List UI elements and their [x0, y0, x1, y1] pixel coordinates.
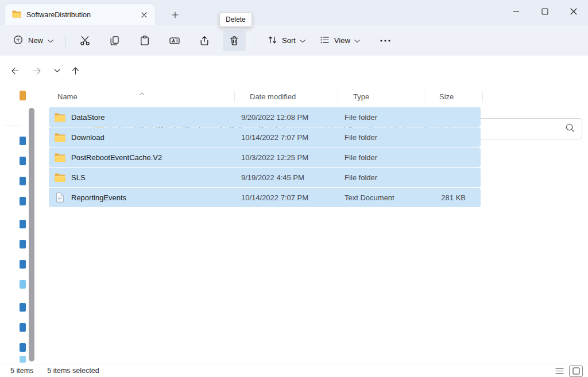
chevron-down-icon — [354, 36, 360, 45]
file-type: File folder — [345, 133, 431, 142]
column-header-date-modified[interactable]: Date modified — [241, 92, 345, 101]
nav-pane-item-icon[interactable] — [20, 280, 26, 289]
nav-pane-item-icon[interactable] — [20, 220, 26, 228]
sort-ascending-icon — [140, 88, 145, 97]
toolbar: New Sort View — [0, 25, 588, 56]
nav-pane-item-icon[interactable] — [20, 240, 26, 248]
sort-button[interactable]: Sort — [261, 30, 311, 51]
file-explorer-window: SoftwareDistribution New Sort — [0, 0, 588, 377]
column-header-type[interactable]: Type — [345, 92, 431, 101]
file-name: Download — [71, 133, 105, 142]
rename-button[interactable] — [163, 30, 186, 51]
sort-icon — [267, 34, 278, 47]
new-button[interactable]: New — [6, 30, 60, 51]
window-controls — [502, 0, 588, 23]
chevron-down-icon — [300, 36, 305, 45]
view-icon — [319, 34, 330, 47]
forward-button[interactable] — [28, 62, 46, 79]
toolbar-divider — [254, 34, 254, 47]
column-headers: NameDate modifiedTypeSize — [49, 87, 483, 106]
file-name: DataStore — [71, 113, 105, 122]
folder-icon — [12, 10, 21, 20]
nav-pane-divider — [5, 126, 20, 126]
delete-tooltip: Delete — [219, 12, 252, 27]
column-divider[interactable] — [424, 91, 424, 102]
tooltip-text: Delete — [226, 15, 246, 24]
minimize-button[interactable] — [502, 0, 531, 23]
file-size: 281 KB — [431, 193, 481, 202]
table-row[interactable]: ReportingEvents10/14/2022 7:07 PMText Do… — [49, 188, 481, 207]
plus-circle-icon — [13, 34, 24, 47]
table-row[interactable]: SLS9/19/2022 4:45 PMFile folder — [49, 168, 481, 187]
file-name: PostRebootEventCache.V2 — [71, 153, 162, 162]
file-type: File folder — [345, 173, 431, 182]
nav-pane-item-icon[interactable] — [20, 260, 26, 269]
file-name: SLS — [71, 173, 86, 182]
table-row[interactable]: Download10/14/2022 7:07 PMFile folder — [49, 127, 481, 147]
nav-pane-item-icon[interactable] — [20, 177, 26, 185]
back-button[interactable] — [6, 62, 24, 79]
nav-pane-item-icon[interactable] — [20, 323, 26, 332]
tab-close-button[interactable] — [137, 8, 150, 21]
sort-button-label: Sort — [282, 36, 296, 45]
selection-count: 5 items selected — [47, 367, 99, 375]
column-header-name[interactable]: Name — [49, 92, 241, 101]
nav-pane-item-icon[interactable] — [20, 137, 26, 145]
file-date: 10/14/2022 7:07 PM — [241, 133, 345, 142]
nav-pane-item-icon[interactable] — [20, 356, 26, 363]
paste-button[interactable] — [133, 30, 156, 51]
file-date: 9/19/2022 4:45 PM — [241, 173, 345, 182]
folder-icon — [55, 113, 65, 122]
chevron-down-icon — [48, 36, 53, 45]
search-icon — [565, 123, 575, 135]
column-divider[interactable] — [234, 91, 235, 102]
maximize-button[interactable] — [531, 0, 559, 23]
column-divider[interactable] — [338, 91, 338, 102]
file-icon — [55, 192, 65, 203]
details-view-button[interactable] — [552, 366, 566, 377]
recent-locations-button[interactable] — [49, 62, 64, 79]
explorer-tab[interactable]: SoftwareDistribution — [5, 4, 155, 25]
new-button-label: New — [28, 36, 43, 45]
file-list: DataStore9/20/2022 12:08 PMFile folderDo… — [49, 107, 481, 208]
view-button[interactable]: View — [314, 30, 366, 51]
close-button[interactable] — [559, 0, 588, 23]
file-type: File folder — [345, 153, 431, 162]
cut-button[interactable] — [74, 30, 96, 51]
file-type: File folder — [345, 113, 431, 122]
copy-button[interactable] — [103, 30, 126, 51]
column-divider[interactable] — [482, 91, 483, 102]
folder-icon — [55, 133, 65, 142]
nav-pane-item-icon[interactable] — [20, 303, 26, 312]
file-name: ReportingEvents — [71, 193, 126, 202]
navigation-bar: Local Disk (C:)WindowsSoftwareDistributi… — [0, 56, 588, 85]
file-date: 9/20/2022 12:08 PM — [241, 113, 345, 122]
file-date: 10/14/2022 7:07 PM — [241, 193, 345, 202]
new-tab-button[interactable] — [168, 8, 182, 22]
column-header-size[interactable]: Size — [431, 92, 483, 101]
tab-title: SoftwareDistribution — [26, 11, 137, 19]
thumbnail-view-button[interactable] — [569, 366, 583, 377]
view-button-label: View — [334, 36, 350, 45]
items-count: 5 items — [10, 367, 33, 375]
share-button[interactable] — [193, 30, 216, 51]
nav-pane-item-icon[interactable] — [20, 343, 26, 352]
folder-icon — [55, 173, 65, 182]
scrollbar-thumb[interactable] — [29, 108, 34, 362]
folder-icon — [55, 153, 65, 162]
more-options-button[interactable] — [374, 30, 397, 51]
delete-button[interactable] — [223, 30, 246, 51]
nav-pane-item-icon[interactable] — [20, 157, 26, 165]
nav-pane-item-icon[interactable] — [20, 197, 26, 205]
file-date: 10/3/2022 12:25 PM — [241, 153, 345, 162]
toolbar-divider — [65, 34, 65, 47]
file-type: Text Document — [345, 193, 431, 202]
tab-strip: SoftwareDistribution — [0, 0, 588, 25]
nav-pane-item-icon[interactable] — [20, 91, 26, 100]
table-row[interactable]: DataStore9/20/2022 12:08 PMFile folder — [49, 107, 481, 127]
up-button[interactable] — [66, 62, 84, 79]
status-bar: 5 items 5 items selected — [0, 364, 588, 377]
table-row[interactable]: PostRebootEventCache.V210/3/2022 12:25 P… — [49, 147, 481, 167]
